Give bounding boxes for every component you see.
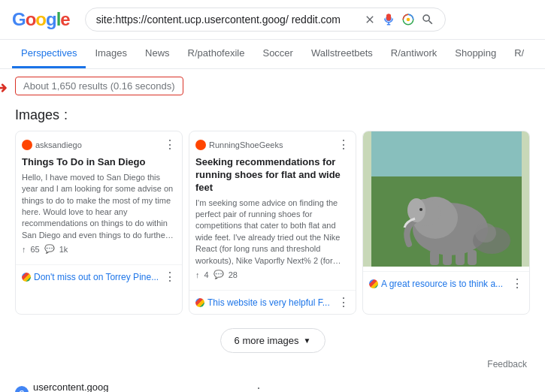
tab-images[interactable]: Images <box>86 40 136 68</box>
svg-rect-15 <box>456 250 465 265</box>
source-favicon: G <box>15 386 29 392</box>
card-3-image <box>363 131 529 267</box>
web-result: G usercontent.goog https://content.ucp.u… <box>15 375 530 392</box>
reddit-icon-2 <box>195 140 206 150</box>
logo-o2: o <box>35 9 46 30</box>
card-2-header: RunningShoeGeeks ⋮ <box>195 137 350 152</box>
svg-point-17 <box>419 208 422 211</box>
card-2-source: RunningShoeGeeks <box>195 140 283 150</box>
tab-wallstreetbets[interactable]: Wallstreetbets <box>302 40 382 68</box>
results-count-text: About 1,650 results (0.16 seconds) <box>23 80 175 92</box>
card-2-link[interactable]: This website is very helpful F... <box>207 297 330 308</box>
microphone-button[interactable] <box>382 13 395 26</box>
card-1-comment-count: 1k <box>59 245 68 254</box>
images-section-separator: : <box>64 107 68 123</box>
tab-r[interactable]: R/ <box>505 40 533 68</box>
results-area: About 1,650 results (0.16 seconds) ➜ Ima… <box>0 69 545 392</box>
lens-button[interactable] <box>401 13 415 26</box>
card-3-footer-left: A great resource is to think a... <box>369 279 503 289</box>
card-2-footer-left: This website is very helpful F... <box>195 297 330 308</box>
card-1-vote-count: 65 <box>31 245 40 254</box>
search-icons <box>364 13 434 26</box>
svg-point-12 <box>407 198 425 222</box>
image-card-3[interactable]: A great resource is to think a... ⋮ <box>362 131 530 315</box>
nav-tabs: Perspectives Images News R/pathofexile S… <box>0 40 545 69</box>
svg-rect-1 <box>386 14 391 19</box>
search-input[interactable] <box>96 14 358 26</box>
google-icon-3 <box>369 279 378 288</box>
source-name: usercontent.goog <box>33 381 245 392</box>
svg-rect-14 <box>443 250 452 265</box>
card-1-source-label: asksandiego <box>35 140 82 149</box>
results-count-box: About 1,650 results (0.16 seconds) <box>15 77 183 95</box>
feedback-label[interactable]: Feedback <box>15 359 530 369</box>
card-1-title: Things To Do in San Diego <box>22 156 176 169</box>
google-icon-1 <box>22 273 31 282</box>
logo-g2: g <box>46 9 56 30</box>
card-1-footer-menu[interactable]: ⋮ <box>164 270 176 284</box>
card-2-title: Seeking recommendations for running shoe… <box>195 156 350 194</box>
result-source: G usercontent.goog https://content.ucp.u… <box>15 381 530 392</box>
tab-rpathofexile[interactable]: R/pathofexile <box>179 40 254 68</box>
source-menu[interactable]: ⋮ <box>253 385 265 392</box>
card-2-comment-count: 28 <box>229 270 238 279</box>
source-name-url: usercontent.goog https://content.ucp.use… <box>33 381 245 392</box>
card-2-footer-menu[interactable]: ⋮ <box>338 295 350 309</box>
up-icon-1: ↑ <box>22 245 26 254</box>
card-2-inner: RunningShoeGeeks ⋮ Seeking recommendatio… <box>189 131 356 285</box>
logo-g: G <box>12 9 26 30</box>
google-logo: Google <box>12 9 70 30</box>
card-1-votes: ↑ 65 💬 1k <box>22 244 176 254</box>
card-1-footer: Don't miss out on Torrey Pine... ⋮ <box>16 264 182 288</box>
google-icon-2 <box>195 298 204 307</box>
card-1-text: Hello, I have moved to San Diego this ye… <box>22 172 176 241</box>
tab-news[interactable]: News <box>136 40 179 68</box>
images-section-header: Images : <box>15 107 530 123</box>
card-3-footer: A great resource is to think a... ⋮ <box>363 271 529 295</box>
card-2-vote-count: 4 <box>204 270 209 279</box>
svg-rect-16 <box>468 250 477 265</box>
up-icon-2: ↑ <box>195 270 200 279</box>
card-2-source-label: RunningShoeGeeks <box>209 140 283 149</box>
arrow-icon: ➜ <box>0 78 8 98</box>
image-card-2[interactable]: RunningShoeGeeks ⋮ Seeking recommendatio… <box>189 131 356 315</box>
card-1-inner: asksandiego ⋮ Things To Do in San Diego … <box>16 131 182 260</box>
card-2-text: I'm seeking some advice on finding the p… <box>195 198 350 267</box>
card-1-link[interactable]: Don't miss out on Torrey Pine... <box>34 272 159 282</box>
clear-button[interactable] <box>364 14 376 26</box>
more-images-container: 6 more images ▼ <box>15 322 530 359</box>
card-1-menu[interactable]: ⋮ <box>164 137 176 152</box>
tab-shopping[interactable]: Shopping <box>446 40 505 68</box>
svg-point-5 <box>406 18 410 22</box>
card-1-header: asksandiego ⋮ <box>22 137 176 152</box>
card-3-link[interactable]: A great resource is to think a... <box>381 279 503 289</box>
card-2-votes: ↑ 4 💬 28 <box>195 270 350 279</box>
more-images-button[interactable]: 6 more images ▼ <box>220 328 325 353</box>
card-3-footer-menu[interactable]: ⋮ <box>511 276 523 291</box>
reddit-icon-1 <box>22 140 32 150</box>
comment-icon-1: 💬 <box>44 244 55 254</box>
search-bar <box>85 8 446 32</box>
comment-icon-2: 💬 <box>213 270 224 279</box>
image-cards: asksandiego ⋮ Things To Do in San Diego … <box>15 131 530 315</box>
more-images-label: 6 more images <box>235 335 299 346</box>
chevron-down-icon: ▼ <box>304 336 311 345</box>
tab-soccer[interactable]: Soccer <box>253 40 301 68</box>
card-1-footer-left: Don't miss out on Torrey Pine... <box>22 272 159 282</box>
card-1-source: asksandiego <box>22 140 82 150</box>
card-2-menu[interactable]: ⋮ <box>338 137 350 152</box>
logo-e: e <box>60 9 69 30</box>
image-card-1[interactable]: asksandiego ⋮ Things To Do in San Diego … <box>15 131 183 315</box>
logo-o1: o <box>26 9 36 30</box>
search-button[interactable] <box>421 13 434 26</box>
svg-point-19 <box>475 223 496 243</box>
header: Google <box>0 0 545 40</box>
card-2-footer: This website is very helpful F... ⋮ <box>189 290 356 314</box>
svg-rect-13 <box>430 250 439 265</box>
images-section-title: Images <box>15 107 59 123</box>
tab-perspectives[interactable]: Perspectives <box>12 40 86 68</box>
tab-rantiwork[interactable]: R/antiwork <box>382 40 446 68</box>
